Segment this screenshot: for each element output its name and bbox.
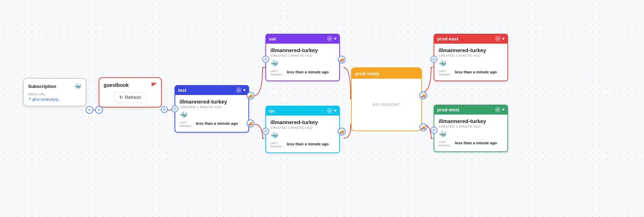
uat-left-port[interactable] [262,56,269,63]
test-docker: 🐳 [180,111,244,119]
qa-left-port[interactable] [262,128,269,135]
prod-west-check-icon [495,107,501,112]
uat-docker: 🐳 [270,60,335,67]
prod-ready-right-port-upper[interactable]: 🚚 [419,91,427,99]
uat-name: uat [269,36,276,41]
qa-docker: 🐳 [270,132,335,139]
check-icon [236,87,242,93]
refresh-button[interactable]: ↻ Refresh [114,92,147,102]
prod-east-body: illmannered-turkey CREATED 1 MINUTE AGO … [434,44,508,81]
guestbook-card: guestbook 🚩 ↻ Refresh [99,77,162,107]
subscription-right-port[interactable]: 👁 [86,106,93,114]
prod-east-name: prod-east [437,36,458,41]
test-promo-label: LASTPROMO: [180,121,193,128]
test-promo-value: less than a minute ago [196,121,238,126]
qa-app-name: illmannered-turkey [270,119,335,125]
qa-heart-icon: ♥ [334,108,336,113]
prod-east-promo-row: LASTPROMO: less than a minute ago [439,69,503,77]
prod-west-heart-icon: ♥ [502,107,505,112]
uat-header: uat ♥ [265,34,340,44]
refresh-label: Refresh [125,95,141,100]
qa-check-icon [327,108,332,113]
uat-promo-value: less than a minute ago [287,69,329,74]
subscription-title: Subscription 🐳 [28,83,81,90]
docker-icon: 🐳 [74,83,81,90]
prod-east-card: prod-east ♥ illmannered-turkey CREATED 1… [434,34,508,81]
prod-west-body: illmannered-turkey CREATED 1 MINUTE AGO … [434,115,508,152]
subscription-card: Subscription 🐳 REPO URL ↗ ghcr.io/akuity… [23,78,86,106]
no-freight-label: NO FREIGHT [373,102,400,107]
uat-header-icons: ♥ [327,36,336,41]
heart-icon: ♥ [243,88,246,93]
flag-icon: 🚩 [151,82,157,88]
uat-truck-icon: 🚚 [339,57,344,62]
refresh-icon: ↻ [119,95,123,100]
guestbook-title: guestbook 🚩 [104,82,157,88]
prod-east-promo-value: less than a minute ago [455,69,497,74]
prod-ready-name: prod-ready [355,71,379,76]
prod-west-docker: 🐳 [439,130,503,138]
repo-url[interactable]: ↗ ghcr.io/akuity/g... [28,97,81,101]
test-card: test ♥ illmannered-turkey CREATED 1 MINU… [175,85,249,133]
qa-header-icons: ♥ [327,108,336,113]
prod-east-created: CREATED 1 MINUTE AGO [439,54,503,57]
prod-west-name: prod-west [437,107,459,112]
qa-promo-row: LASTPROMO: less than a minute ago [270,141,335,149]
prod-east-heart-icon: ♥ [502,36,505,41]
qa-created: CREATED 1 MINUTE AGO [270,126,335,129]
prod-west-header-icons: ♥ [495,107,505,112]
prod-ready-truck-lower: 🚚 [421,125,426,130]
test-right-port-upper[interactable]: 🚚 [247,92,254,100]
truck-icon: 🚚 [248,94,253,98]
uat-right-port[interactable]: 🚚 [338,56,346,63]
qa-name: qa [269,108,274,113]
prod-west-app-name: illmannered-turkey [439,118,503,124]
test-header-icons: ♥ [236,87,246,93]
prod-ready-truck-upper: 🚚 [421,93,426,98]
qa-promo-value: less than a minute ago [287,141,329,146]
prod-west-promo-row: LASTPROMO: less than a minute ago [439,140,503,148]
guestbook-left-port[interactable]: 👁 [95,106,103,114]
test-body: illmannered-turkey CREATED 1 MINUTE AGO … [175,95,249,133]
qa-header: qa ♥ [265,106,340,116]
prod-east-docker: 🐳 [439,60,503,67]
prod-east-left-port[interactable] [430,56,437,63]
guestbook-label: guestbook [104,82,129,88]
prod-ready-body: NO FREIGHT [352,79,421,130]
prod-ready-card: prod-ready NO FREIGHT [351,67,422,131]
uat-heart-icon: ♥ [334,36,336,41]
prod-east-check-icon [495,36,501,41]
test-app-name: illmannered-turkey [180,99,244,105]
qa-body: illmannered-turkey CREATED 1 MINUTE AGO … [265,116,340,153]
prod-east-header: prod-east ♥ [434,34,508,44]
truck-icon-2: 🚚 [248,121,253,126]
prod-ready-right-port-lower[interactable]: 🚚 [419,123,427,131]
test-left-port[interactable] [171,105,178,112]
repo-url-text: ghcr.io/akuity/g... [32,97,62,101]
prod-west-promo-label: LASTPROMO: [439,140,452,148]
test-right-port-lower[interactable]: 🚚 [247,119,254,127]
test-promo-row: LASTPROMO: less than a minute ago [180,121,244,128]
prod-west-left-port[interactable] [430,127,437,134]
uat-promo-row: LASTPROMO: less than a minute ago [270,69,335,77]
prod-west-created: CREATED 1 MINUTE AGO [439,125,503,128]
qa-truck-icon: 🚚 [339,129,344,134]
prod-east-app-name: illmannered-turkey [439,47,503,53]
qa-promo-label: LASTPROMO: [270,141,284,149]
guestbook-right-port[interactable] [161,106,168,113]
uat-body: illmannered-turkey CREATED 1 MINUTE AGO … [265,44,340,81]
eye-icon: 👁 [88,108,91,112]
uat-promo-label: LASTPROMO: [270,69,284,77]
repo-label: REPO URL [28,93,81,96]
subscription-label: Subscription [28,84,56,89]
uat-app-name: illmannered-turkey [270,47,335,53]
qa-right-port[interactable]: 🚚 [338,128,346,135]
prod-west-card: prod-west ♥ illmannered-turkey CREATED 1… [434,105,508,152]
prod-west-header: prod-west ♥ [434,105,508,115]
test-header: test ♥ [175,85,249,95]
uat-card: uat ♥ illmannered-turkey CREATED 1 MINUT… [265,34,340,81]
qa-card: qa ♥ illmannered-turkey CREATED 1 MINUTE… [265,106,340,153]
prod-west-promo-value: less than a minute ago [455,140,497,145]
uat-check-icon [327,36,332,41]
test-created: CREATED 1 MINUTE AGO [180,105,244,109]
